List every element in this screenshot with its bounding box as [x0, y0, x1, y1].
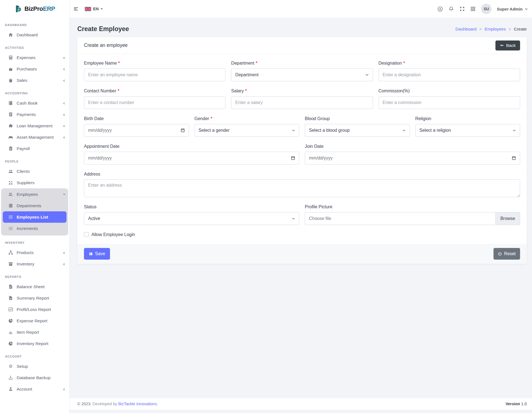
sidebar-item-inventory[interactable]: Inventory ‹ — [0, 258, 69, 270]
sidebar-item-item-report[interactable]: Item Report — [0, 326, 69, 338]
create-employee-card: Create an employee Back Employee Name De — [77, 37, 527, 264]
sidebar-item-label: Increments — [17, 226, 38, 231]
contact-number-input[interactable] — [84, 96, 226, 109]
language-selector[interactable]: EN — [85, 7, 103, 11]
join-date-input[interactable]: mm/dd/yyyy — [305, 152, 520, 164]
allow-login-row[interactable]: Allow Employee Login — [84, 232, 520, 237]
sidebar-item-balance-sheet[interactable]: Balance Sheet — [0, 281, 69, 292]
sidebar-item-label: Setup — [17, 364, 28, 369]
field-birth-date: Birth Date mm/dd/yyyy — [84, 116, 189, 137]
status-select[interactable]: Active — [84, 212, 299, 225]
sidebar-item-departments[interactable]: Departments — [1, 200, 68, 211]
chevron-down-icon — [101, 8, 103, 11]
sidebar-toggle-button[interactable] — [73, 6, 79, 12]
breadcrumb-separator — [508, 27, 511, 32]
allow-login-checkbox[interactable] — [84, 232, 89, 237]
section-label: REPORTS — [0, 275, 69, 278]
section-account: ACCOUNT ⚙ Setup Database Backup Account … — [0, 355, 69, 395]
calendar-icon[interactable] — [291, 156, 295, 160]
sidebar-item-expense-report[interactable]: Expense Report — [0, 315, 69, 326]
sidebar-item-account[interactable]: Account ‹ — [0, 383, 69, 395]
calendar-icon[interactable] — [181, 128, 185, 132]
chevron-down-icon — [292, 129, 295, 132]
department-select[interactable]: Department — [231, 69, 373, 81]
sidebar-item-asset-management[interactable]: Asset Management ‹ — [0, 131, 69, 143]
apps-grid-button[interactable] — [470, 6, 476, 12]
sidebar-item-setup[interactable]: ⚙ Setup — [0, 361, 69, 372]
sidebar-item-increments[interactable]: Increments — [1, 223, 68, 234]
sidebar-item-label: Products — [17, 250, 34, 255]
sidebar-item-label: Loan Management — [17, 123, 52, 128]
server-icon — [8, 203, 13, 208]
sidebar-item-label: Database Backup — [17, 375, 50, 380]
address-textarea[interactable] — [84, 179, 520, 197]
sidebar-item-suppliers[interactable]: Suppliers — [0, 177, 69, 188]
sidebar-item-products[interactable]: Products ‹ — [0, 247, 69, 258]
birth-date-input[interactable]: mm/dd/yyyy — [84, 124, 189, 137]
section-label: ACCOUNTING — [0, 92, 69, 95]
sidebar-item-payroll[interactable]: Payroll — [0, 143, 69, 154]
blood-group-select[interactable]: Select a blood group — [305, 124, 410, 137]
avatar[interactable]: SU — [481, 4, 492, 14]
reset-button[interactable]: Reset — [493, 248, 520, 260]
main-column: EN SU Super Admin — [70, 0, 532, 413]
sidebar-item-profit-loss-report[interactable]: Profit/Loss Report — [0, 304, 69, 315]
sidebar-item-summary-report[interactable]: Summary Report — [0, 292, 69, 304]
section-dashboard: DASHBOARD Dashboard — [0, 23, 69, 40]
sidebar-item-employees[interactable]: Employees ‹ — [1, 189, 68, 200]
sidebar-item-label: Suppliers — [17, 180, 35, 185]
sidebar-item-label: Employees — [17, 192, 38, 197]
commission-input[interactable] — [378, 96, 520, 109]
section-accounting: ACCOUNTING Cash Book ‹ Payments ‹ Loan M… — [0, 92, 69, 154]
field-employee-name: Employee Name — [84, 61, 226, 81]
sidebar-item-database-backup[interactable]: Database Backup — [0, 372, 69, 383]
company-link[interactable]: BizTackle Innovations. — [118, 402, 158, 406]
add-quick-button[interactable] — [437, 6, 443, 12]
sidebar-item-cash-book[interactable]: Cash Book ‹ — [0, 97, 69, 109]
sidebar-item-inventory-report[interactable]: Inventory Report — [0, 338, 69, 349]
designation-input[interactable] — [378, 69, 520, 81]
salary-input[interactable] — [231, 96, 373, 109]
sidebar-item-expenses[interactable]: Expenses ‹ — [0, 52, 69, 63]
calendar-icon[interactable] — [512, 156, 516, 160]
profile-picture-input[interactable]: Choose file Browse — [305, 212, 520, 225]
back-button[interactable]: Back — [495, 40, 520, 50]
chevron-left-icon: ‹ — [63, 101, 65, 105]
page-footer: © 2023. Developed by BizTackle Innovatio… — [70, 398, 532, 410]
gender-select[interactable]: Select a gender — [195, 124, 300, 137]
employee-name-input[interactable] — [84, 69, 226, 81]
app-logo[interactable]: BizProERP — [0, 0, 69, 18]
field-commission: Commission(%) — [378, 88, 520, 109]
book-icon — [8, 101, 13, 105]
sidebar-item-payments[interactable]: Payments ‹ — [0, 109, 69, 120]
breadcrumb-dashboard[interactable]: Dashboard — [456, 27, 477, 32]
people-gear-icon — [8, 192, 13, 197]
field-join-date: Join Date mm/dd/yyyy — [305, 144, 520, 164]
breadcrumb-employees[interactable]: Employees — [485, 27, 506, 32]
field-label: Contact Number — [84, 88, 119, 93]
notifications-button[interactable] — [448, 6, 454, 12]
appointment-date-input[interactable]: mm/dd/yyyy — [84, 152, 299, 164]
field-contact-number: Contact Number — [84, 88, 226, 109]
sidebar-nav: DASHBOARD Dashboard ACTIVITIES Expenses … — [0, 18, 69, 395]
religion-select[interactable]: Select a religion — [415, 124, 520, 137]
fullscreen-button[interactable] — [459, 6, 465, 12]
sidebar-item-label: Purchases — [17, 67, 37, 72]
sidebar-item-loan-management[interactable]: Loan Management ‹ — [0, 120, 69, 131]
sidebar-item-employees-list[interactable]: Employees List — [3, 211, 66, 223]
field-appointment-date: Appointment Date mm/dd/yyyy — [84, 144, 299, 164]
user-menu[interactable]: Super Admin — [497, 7, 528, 11]
sidebar-item-clients[interactable]: Clients — [0, 166, 69, 177]
sidebar-item-label: Item Report — [17, 330, 39, 335]
field-label: Designation — [378, 61, 405, 65]
uk-flag-icon — [85, 7, 91, 11]
field-profile-picture: Profile Picture Choose file Browse — [305, 204, 520, 225]
sidebar-item-purchases[interactable]: Purchases ‹ — [0, 63, 69, 75]
browse-button[interactable]: Browse — [495, 212, 520, 225]
sidebar-item-sales[interactable]: Sales ‹ — [0, 75, 69, 86]
app-root: BizProERP DASHBOARD Dashboard ACTIVITIES… — [0, 0, 532, 413]
home-icon — [8, 32, 13, 37]
save-button[interactable]: Save — [84, 248, 110, 260]
chevron-left-icon: ‹ — [63, 250, 65, 255]
sidebar-item-dashboard[interactable]: Dashboard — [0, 29, 69, 40]
